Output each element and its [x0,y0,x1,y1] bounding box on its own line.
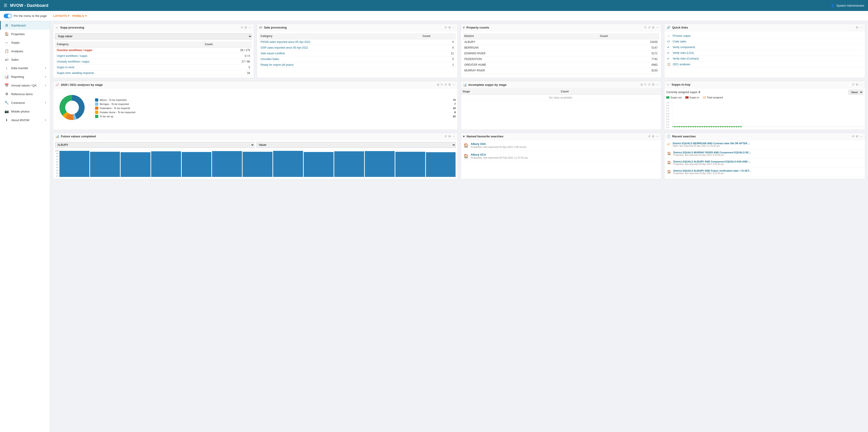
valuer-fv-select[interactable]: Valuer [256,142,456,148]
sidebar-item-mobile-photos[interactable]: 📷 Mobile photos [0,107,50,116]
edit-inc-icon[interactable]: ✎ [644,83,647,86]
supp-row-link[interactable]: Unready workflows / supps [57,60,89,63]
filter-anal-icon[interactable]: ⚙ [448,83,451,86]
sidebar-item-reporting[interactable]: 📊 Reporting ▾ [0,73,50,81]
quick-link-item[interactable]: ✔ Verify components [666,45,863,50]
legend-label-text: Albury - To be inspected [100,98,451,101]
refresh-prop-icon[interactable]: ↺ [648,26,650,29]
bar [365,151,395,177]
bar [90,152,120,177]
supp-row-link[interactable]: Urgent workflows / supps [57,54,87,58]
refresh-rs-icon[interactable]: ↺ [852,135,854,138]
pin-menu-toggle[interactable]: Pin the menu to the page [4,14,47,18]
sale-row-link[interactable]: Uncoded Sales [260,58,279,61]
sidebar-item-dashboard[interactable]: ⊞ Dashboard [0,21,50,30]
more-inc-icon[interactable]: ⋯ [656,83,659,86]
refresh-fv-icon[interactable]: ↺ [444,135,447,138]
intray-assigned-row: Currently assigned supps: 0 Valuer [664,88,865,96]
more-ql-icon[interactable]: ⋯ [860,26,863,29]
count-cell: 8153 [598,68,659,74]
bar [182,152,212,177]
edit-prop-icon[interactable]: ✎ [644,26,647,29]
layouts-button[interactable]: LAYOUTS ▾ [53,14,69,18]
intray-chart-area: 1.00.90.80.70.6 0.50.40.30.20.10 [664,102,865,129]
supp-valuer-select[interactable]: Supp valuer [55,33,252,39]
sale-row-link[interactable]: Ready for export (all years) [260,63,294,66]
filter-icon[interactable]: ⚙ [244,26,247,29]
more-sale-icon[interactable]: ⋯ [452,26,455,29]
quick-link-item[interactable]: ✔ Verify risks (LGA) [666,50,863,56]
filter-inc-icon[interactable]: ⚙ [652,83,655,86]
district-select[interactable]: ALBURY [55,142,254,148]
sale-row-link[interactable]: Sale import conflicts [260,52,285,55]
more-fv-icon[interactable]: ⋯ [452,135,455,138]
quick-link-item[interactable]: ✔ Verify risks (Contract) [666,56,863,62]
refresh-intray-icon[interactable]: ↺ [852,83,854,86]
panels-button[interactable]: PANELS ▾ [72,14,87,18]
inc-col-stage: Stage [461,89,559,95]
sidebar-item-reference-items[interactable]: ⚙ Reference items [0,90,50,98]
filter-rs-icon[interactable]: ⚙ [856,135,859,138]
sidebar-item-properties[interactable]: 🏠 Properties [0,30,50,38]
refresh-inc-icon[interactable]: ↺ [648,83,650,86]
sale-row-link[interactable]: PNSW sales imported since 05-Apr-2021 [260,40,311,44]
edit-anal-icon[interactable]: ✎ [440,83,443,86]
quick-link-item[interactable]: 📋 2021 analyses [666,62,863,67]
valuer-select[interactable]: Valuer [848,90,863,95]
quick-link-label: Code sales [673,40,686,43]
chart-dot [679,126,680,127]
supp-row-link[interactable]: Supps sent, awaiting response [57,71,94,75]
sidebar-item-analyses[interactable]: 📋 Analyses [0,47,50,55]
refresh-ns-icon[interactable]: ↺ [648,135,650,138]
dashboard-icon: ⊞ [4,23,9,27]
copy-anal-icon[interactable]: ⧉ [437,83,439,86]
refresh-anal-icon[interactable]: ↺ [444,83,447,86]
named-search-item[interactable]: 🏠 Albury ASA Properties: last searched 0… [461,140,661,151]
more-rs-icon[interactable]: ⋯ [860,135,863,138]
filter-ql-icon[interactable]: ⚙ [856,26,859,29]
supp-row-count: 5 [203,65,252,70]
filter-sale-icon[interactable]: ⚙ [448,26,451,29]
count-cell: 23435 [598,39,659,45]
sales-icon: 🏷 [4,58,9,62]
recent-search-item[interactable]: 🏠 District EQUALS ALBURY AND Future veri… [664,168,865,177]
more-prop-icon[interactable]: ⋯ [656,26,659,29]
count-cell: 7741 [598,56,659,62]
district-cell: EDWARD RIVER [463,51,598,56]
donut-segment [60,95,72,115]
toggle-bg[interactable] [4,14,12,18]
recent-search-item[interactable]: 🏠 District EQUALS ALBURY AND Component E… [664,159,865,168]
supp-row-link[interactable]: Overdue workflows / supps [57,49,92,52]
sidebar-item-data-transfer[interactable]: ↕ Data transfer ▾ [0,64,50,73]
recent-search-item[interactable]: 🏠 District EQUALS MURRAY RIVER AND Compo… [664,149,865,159]
filter-intray-icon[interactable]: ⚙ [856,83,859,86]
sidebar-item-about-mvow[interactable]: ℹ About MVOW ▾ [0,116,50,124]
sidebar-item-sales[interactable]: 🏷 Sales [0,55,50,64]
quick-link-item[interactable]: ↔ Process supps [666,33,863,39]
sidebar-item-contractor[interactable]: 🔧 Contractor ▾ [0,98,50,107]
hamburger-icon[interactable]: ☰ [4,3,7,8]
filter-ns-icon[interactable]: ⚙ [652,135,655,138]
named-search-item[interactable]: 🏠 Albury ACA Properties: last searched 0… [461,151,661,162]
recent-searches-body: 🏷 District EQUALS BERRIGAN AND Contract … [664,140,865,179]
refresh-icon[interactable]: ↺ [241,26,243,29]
copy-inc-icon[interactable]: ⧉ [641,83,643,86]
sidebar-item-annual-values[interactable]: 📅 Annual values / QA ▾ [0,81,50,90]
sidebar-item-supps[interactable]: ↔ Supps [0,38,50,47]
supp-row-link[interactable]: Supps to send [57,66,74,69]
more-anal-icon[interactable]: ⋯ [452,83,455,86]
no-data-row: No data available. [461,95,661,100]
recent-search-item[interactable]: 🏷 District EQUALS BERRIGAN AND Contract … [664,140,865,149]
sale-row-count: 0 [421,45,456,51]
sale-row-link[interactable]: OSR sales imported since 05-Apr-2021 [260,46,308,49]
more-icon[interactable]: ⋯ [249,26,251,29]
refresh-sale-icon[interactable]: ↺ [444,26,447,29]
filter-fv-icon[interactable]: ⚙ [448,135,451,138]
more-intray-icon[interactable]: ⋯ [860,83,863,86]
quick-link-item[interactable]: 🏷 Code sales [666,39,863,45]
legend-label-text: Greater Hume - To be inspected [100,111,452,114]
filter-prop-icon[interactable]: ⚙ [652,26,655,29]
legend-color-box [95,103,98,106]
supps-intray-header: ↔ Supps in-tray ↺ ⚙ ⋯ [664,81,865,88]
more-ns-icon[interactable]: ⋯ [656,135,659,138]
